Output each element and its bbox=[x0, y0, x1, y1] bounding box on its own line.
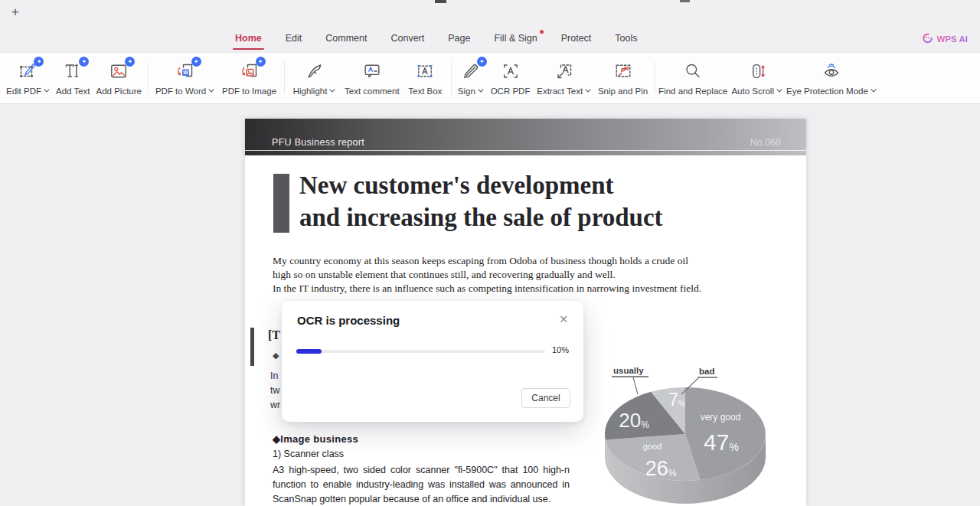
section-bar-fragment bbox=[250, 328, 254, 366]
toolbar-item-pdf-to-image[interactable]: ✦PDF to Image bbox=[222, 61, 276, 96]
document-canvas: PFU Business report No.068 New customer'… bbox=[0, 104, 980, 506]
clipped-text-line: tw bbox=[270, 385, 280, 396]
premium-badge: ✦ bbox=[125, 57, 135, 67]
toolbar-item-snip-and-pin[interactable]: Snip and Pin bbox=[598, 61, 648, 96]
toolbar-item-label: Find and Replace bbox=[658, 87, 727, 96]
tab-edit[interactable]: Edit bbox=[285, 31, 303, 45]
ocr-progress-dialog: OCR is processing ✕ 10% Cancel bbox=[282, 301, 583, 422]
edit-pdf-icon: ✦ bbox=[18, 61, 38, 81]
toolbar-item-label: Add Text bbox=[56, 87, 90, 96]
toolbar-item-add-text[interactable]: ✦Add Text bbox=[56, 61, 90, 96]
toolbar-item-find-and-replace[interactable]: Find and Replace bbox=[658, 61, 727, 96]
svg-text:W: W bbox=[183, 70, 188, 75]
tab-tools[interactable]: Tools bbox=[614, 31, 638, 45]
clipped-bullet: ◆ bbox=[273, 351, 279, 361]
toolbar-item-eye-protection-mode[interactable]: Eye Protection Mode bbox=[786, 61, 877, 96]
toolbar-item-edit-pdf[interactable]: ✦Edit PDF bbox=[6, 61, 50, 96]
image-business-body: A3 high-speed, two sided color scanner "… bbox=[273, 463, 570, 506]
chevron-down-icon bbox=[329, 89, 335, 93]
add-picture-icon: ✦ bbox=[109, 61, 129, 81]
pie-callout-label: usually bbox=[613, 366, 644, 375]
toolbar-item-pdf-to-word[interactable]: W✦PDF to Word bbox=[155, 61, 214, 96]
document-title-line1: New customer's development bbox=[299, 169, 663, 201]
tab-convert[interactable]: Convert bbox=[390, 31, 425, 45]
tab-fill-sign[interactable]: Fill & Sign bbox=[493, 31, 537, 45]
auto-scroll-icon bbox=[747, 61, 767, 81]
document-title: New customer's development and increasin… bbox=[299, 169, 663, 233]
progress-bar-track bbox=[296, 350, 545, 353]
clipped-text-line: wr bbox=[270, 400, 280, 410]
toolbar-item-extract-text[interactable]: Extract Text bbox=[537, 61, 591, 96]
menu-bar: HomeEditCommentConvertPageFill & SignPro… bbox=[0, 24, 980, 52]
tab-protect[interactable]: Protect bbox=[560, 31, 593, 45]
toolbar-item-highlight[interactable]: Highlight bbox=[293, 61, 336, 96]
chevron-down-icon bbox=[478, 89, 484, 93]
screen-artifact bbox=[680, 0, 690, 2]
premium-badge: ✦ bbox=[79, 57, 89, 67]
banner-title: PFU Business report bbox=[272, 137, 364, 148]
toolbar-item-label: OCR PDF bbox=[491, 87, 531, 96]
toolbar-item-add-picture[interactable]: ✦Add Picture bbox=[96, 61, 142, 96]
highlight-icon bbox=[305, 61, 325, 81]
pdf-to-word-icon: W✦ bbox=[175, 61, 195, 81]
progress-bar-fill bbox=[296, 349, 322, 354]
find-replace-icon bbox=[683, 61, 703, 81]
chevron-down-icon bbox=[776, 89, 782, 93]
toolbar-item-label: Sign bbox=[458, 87, 484, 96]
premium-badge: ✦ bbox=[34, 57, 44, 67]
ocr-icon bbox=[501, 61, 521, 81]
body-line: function to enable industry-leading was … bbox=[273, 478, 570, 492]
tab-page[interactable]: Page bbox=[447, 31, 471, 45]
text-comment-icon bbox=[362, 61, 382, 81]
toolbar-item-text-box[interactable]: Text Box bbox=[408, 61, 442, 96]
chevron-down-icon bbox=[208, 89, 214, 93]
extract-text-icon bbox=[554, 61, 574, 81]
toolbar-item-label: Add Picture bbox=[96, 87, 142, 96]
toolbar-item-label: Eye Protection Mode bbox=[786, 87, 877, 96]
toolbar-item-label: Edit PDF bbox=[6, 87, 50, 96]
toolbar-item-text-comment[interactable]: Text comment bbox=[345, 61, 400, 96]
page-banner: PFU Business report No.068 bbox=[245, 119, 806, 155]
wps-ai-label: WPS AI bbox=[937, 34, 968, 43]
toolbar-item-ocr-pdf[interactable]: OCR PDF bbox=[491, 61, 531, 96]
toolbar-item-label: Auto Scroll bbox=[731, 87, 782, 96]
premium-badge: ✦ bbox=[191, 57, 201, 67]
screen-artifact bbox=[435, 0, 446, 3]
text-box-icon bbox=[415, 61, 435, 81]
clipped-section-heading: [T bbox=[268, 328, 280, 342]
dialog-title: OCR is processing bbox=[297, 314, 400, 327]
cancel-button[interactable]: Cancel bbox=[521, 388, 570, 408]
toolbar-group: W✦PDF to Word✦PDF to Image bbox=[148, 53, 284, 103]
new-tab-button[interactable]: + bbox=[8, 5, 23, 20]
notification-dot bbox=[540, 30, 544, 34]
document-title-line2: and increasing the sale of product bbox=[299, 201, 663, 233]
wps-ai-button[interactable]: WPS AI bbox=[922, 33, 968, 44]
toolbar-item-auto-scroll[interactable]: Auto Scroll bbox=[731, 61, 782, 96]
toolbar-item-label: Highlight bbox=[293, 87, 336, 96]
add-text-icon: ✦ bbox=[63, 61, 83, 81]
sign-icon: ✦ bbox=[461, 61, 481, 81]
toolbar-item-label: Text comment bbox=[345, 87, 400, 96]
toolbar-item-sign[interactable]: ✦Sign bbox=[458, 61, 484, 96]
banner-issue-number: No.068 bbox=[750, 137, 781, 148]
intro-paragraph: My country economy at this season keeps … bbox=[273, 254, 701, 295]
tab-home[interactable]: Home bbox=[234, 31, 263, 45]
close-icon[interactable]: ✕ bbox=[557, 312, 570, 327]
toolbar: ✦Edit PDF✦Add Text✦Add PictureW✦PDF to W… bbox=[0, 52, 980, 104]
toolbar-item-label: PDF to Word bbox=[155, 87, 214, 96]
image-business-heading: ◆Image business bbox=[273, 433, 570, 445]
chevron-down-icon bbox=[871, 89, 877, 93]
tab-comment[interactable]: Comment bbox=[325, 31, 368, 45]
toolbar-group: Find and ReplaceAuto ScrollEye Protectio… bbox=[655, 53, 880, 103]
toolbar-item-label: Text Box bbox=[408, 87, 442, 96]
pie-callout-label: bad bbox=[699, 367, 714, 376]
pie-slice-name: very good bbox=[701, 412, 741, 423]
toolbar-item-label: Extract Text bbox=[537, 87, 591, 96]
premium-badge: ✦ bbox=[477, 57, 487, 67]
body-line: ScanSnap gotten popular because of an of… bbox=[273, 492, 570, 506]
title-accent-bar bbox=[273, 174, 289, 233]
intro-line: My country economy at this season keeps … bbox=[273, 254, 701, 268]
pdf-to-image-icon: ✦ bbox=[240, 61, 260, 81]
toolbar-item-label: PDF to Image bbox=[222, 87, 276, 96]
intro-line: high so on unstable element that continu… bbox=[273, 268, 701, 282]
